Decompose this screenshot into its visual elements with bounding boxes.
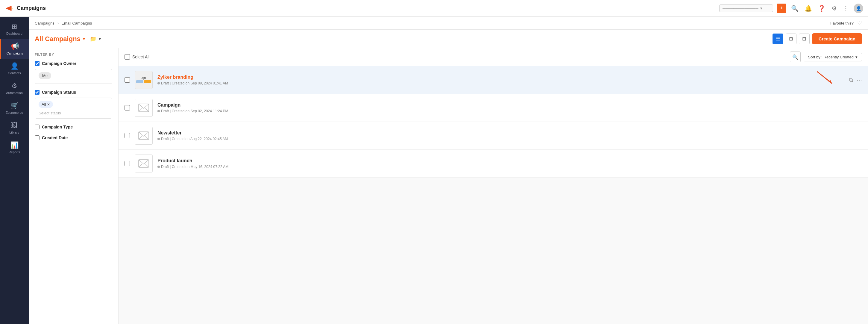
page-title: All Campaigns — [35, 35, 81, 43]
sidebar-item-campaigns[interactable]: 📢 Campaigns — [0, 39, 29, 59]
sidebar-item-contacts[interactable]: 👤 Contacts — [0, 59, 29, 79]
sidebar-label-library: Library — [9, 130, 20, 134]
campaigns-icon: 📢 — [11, 42, 19, 50]
status-dot-1 — [157, 82, 160, 84]
grid-view-button[interactable]: ⊞ — [786, 33, 797, 44]
campaign-name-4[interactable]: Product launch — [157, 158, 862, 164]
title-dropdown-icon[interactable]: ▾ — [83, 36, 85, 41]
sidebar-item-reports[interactable]: 📊 Reports — [0, 138, 29, 157]
filter-checkbox-owner[interactable] — [35, 61, 39, 66]
nav-dropdown-chevron: ▾ — [760, 6, 762, 10]
filter-section-type: Campaign Type — [35, 124, 112, 129]
heart-icon[interactable]: ♡ — [857, 20, 862, 26]
header-right: Favorite this? ♡ — [830, 20, 862, 26]
filter-section-date: Created Date — [35, 135, 112, 140]
campaign-name-2[interactable]: Campaign — [157, 102, 862, 108]
campaign-name-3[interactable]: Newsletter — [157, 130, 862, 136]
campaign-info-1: Zylker branding Draft | Created on Sep 0… — [157, 75, 844, 85]
segmented-view-button[interactable]: ⊟ — [799, 33, 810, 44]
select-all-label: Select All — [132, 55, 150, 59]
copy-icon-1[interactable]: ⧉ — [849, 77, 853, 83]
campaign-meta-3: Draft | Created on Aug 22, 2024 02:45 AM — [157, 137, 862, 141]
campaign-list: Select All 🔍 Sort by : Recently Created … — [119, 48, 868, 324]
ecommerce-icon: 🛒 — [10, 102, 19, 110]
sidebar-label-automation: Automation — [6, 91, 23, 95]
filter-label-type: Campaign Type — [35, 124, 112, 129]
automation-icon: ⚙ — [11, 82, 18, 90]
sidebar-item-dashboard[interactable]: ⊞ Dashboard — [0, 19, 29, 39]
campaign-status-1: Draft | Created on Sep 09, 2024 01:41 AM — [161, 81, 228, 85]
svg-line-11 — [138, 164, 142, 167]
title-bar: All Campaigns ▾ 📁 ▾ ☰ ⊞ ⊟ Create Campaig… — [29, 30, 868, 48]
folder-icon[interactable]: 📁 — [90, 36, 96, 42]
more-options-icon-1[interactable]: ⋯ — [857, 77, 862, 83]
bell-icon[interactable]: 🔔 — [803, 4, 813, 13]
status-placeholder[interactable]: Select status — [39, 111, 108, 115]
svg-line-5 — [138, 109, 142, 112]
breadcrumb-current: Email Campaigns — [61, 21, 92, 25]
item-checkbox-2[interactable] — [125, 105, 130, 111]
sort-chevron: ▾ — [856, 55, 858, 59]
sort-button[interactable]: Sort by : Recently Created ▾ — [804, 53, 862, 61]
filter-box-status: All ✕ Select status — [35, 98, 112, 119]
filter-label-date: Created Date — [35, 135, 112, 140]
folder-chevron[interactable]: ▾ — [99, 36, 101, 41]
status-dot-4 — [157, 166, 160, 168]
list-view-button[interactable]: ☰ — [773, 33, 783, 44]
owner-tag: Me — [39, 72, 51, 79]
contacts-icon: 👤 — [10, 62, 19, 70]
filter-panel: FILTER BY Campaign Owner Me — [29, 48, 119, 324]
filter-checkbox-type[interactable] — [35, 124, 39, 129]
campaign-items: A|B Zylker branding Draft | — [119, 66, 868, 324]
filter-checkbox-date[interactable] — [35, 135, 39, 140]
status-dot-3 — [157, 138, 160, 140]
campaign-status-3: Draft | Created on Aug 22, 2024 02:45 AM — [161, 137, 228, 141]
create-campaign-button[interactable]: Create Campaign — [812, 33, 862, 44]
svg-line-9 — [146, 136, 149, 140]
avatar[interactable]: 👤 — [854, 4, 863, 13]
search-icon[interactable]: 🔍 — [790, 4, 800, 13]
campaign-info-4: Product launch Draft | Created on May 16… — [157, 158, 862, 169]
campaign-name-1[interactable]: Zylker branding — [157, 75, 844, 80]
library-icon: 🖼 — [11, 122, 18, 129]
select-all-wrapper: Select All — [125, 54, 150, 60]
nav-add-button[interactable]: + — [777, 4, 786, 13]
item-actions-1: ⧉ ⋯ — [849, 77, 862, 83]
item-checkbox-3[interactable] — [125, 133, 130, 138]
settings-icon[interactable]: ⚙ — [830, 4, 838, 13]
campaign-status-2: Draft | Created on Sep 02, 2024 11:24 PM — [161, 109, 228, 113]
campaign-status-4: Draft | Created on May 16, 2024 07:22 AM — [161, 165, 228, 169]
table-row: Campaign Draft | Created on Sep 02, 2024… — [119, 94, 868, 122]
help-icon[interactable]: ❓ — [817, 4, 827, 13]
campaign-thumbnail-3 — [135, 127, 153, 145]
nav-search-text: ───────────── — [722, 6, 758, 10]
campaign-meta-1: Draft | Created on Sep 09, 2024 01:41 AM — [157, 81, 844, 85]
filter-section-status: Campaign Status All ✕ Select status — [35, 90, 112, 119]
dashboard-icon: ⊞ — [12, 23, 17, 31]
svg-line-8 — [138, 136, 142, 140]
filter-checkbox-status[interactable] — [35, 90, 39, 95]
filter-box-owner: Me — [35, 69, 112, 84]
more-icon[interactable]: ⋮ — [842, 4, 850, 13]
filter-section-owner: Campaign Owner Me — [35, 61, 112, 84]
select-all-checkbox[interactable] — [125, 54, 130, 60]
breadcrumb: Campaigns › Email Campaigns — [35, 21, 92, 25]
sidebar-item-ecommerce[interactable]: 🛒 Ecommerce — [0, 98, 29, 118]
status-dot-2 — [157, 110, 160, 112]
app-name: Campaigns — [17, 5, 46, 11]
remove-all-tag[interactable]: ✕ — [47, 102, 50, 107]
breadcrumb-parent[interactable]: Campaigns — [35, 21, 55, 25]
list-search-button[interactable]: 🔍 — [790, 52, 801, 62]
filter-label-owner: Campaign Owner — [35, 61, 112, 66]
sidebar-label-ecommerce: Ecommerce — [6, 111, 23, 114]
sidebar-label-reports: Reports — [9, 150, 20, 154]
campaign-thumbnail-2 — [135, 99, 153, 117]
nav-search-box[interactable]: ───────────── ▾ — [719, 4, 773, 12]
reports-icon: 📊 — [10, 141, 19, 149]
campaign-meta-2: Draft | Created on Sep 02, 2024 11:24 PM — [157, 109, 862, 113]
item-checkbox-1[interactable] — [125, 77, 130, 83]
svg-line-6 — [146, 109, 149, 112]
sidebar-item-library[interactable]: 🖼 Library — [0, 118, 29, 138]
item-checkbox-4[interactable] — [125, 161, 130, 166]
sidebar-item-automation[interactable]: ⚙ Automation — [0, 79, 29, 98]
